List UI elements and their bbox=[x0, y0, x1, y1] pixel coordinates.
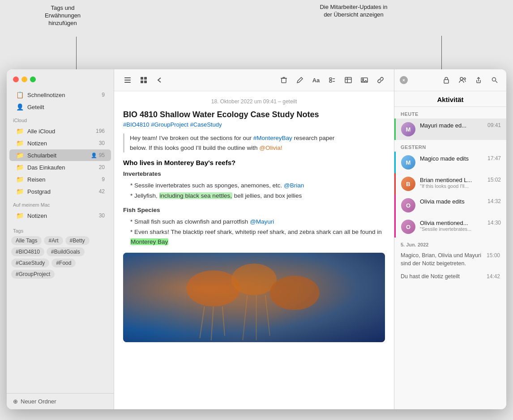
format-button[interactable]: Aa bbox=[310, 74, 322, 86]
new-folder-label: Neuer Ordner bbox=[21, 398, 56, 405]
svg-rect-16 bbox=[345, 77, 351, 83]
new-folder-button[interactable]: ⊕ Neuer Ordner bbox=[13, 398, 107, 405]
checklist-button[interactable] bbox=[326, 74, 338, 86]
brian-info: Brian mentioned L... "If this looks good… bbox=[420, 177, 483, 189]
activity-close-button[interactable]: × bbox=[400, 76, 408, 84]
magico-name: Magico made edits bbox=[420, 155, 483, 162]
activity-item-mayuri[interactable]: M Mayuri made ed... 09:41 bbox=[394, 119, 506, 140]
maximize-button[interactable] bbox=[30, 76, 36, 82]
lock-button[interactable] bbox=[440, 74, 453, 86]
tags-grid: Alle Tags #Art #Betty #BIO4810 #BuildGoa… bbox=[11, 236, 109, 279]
mac-notizen-label: Notizen bbox=[27, 212, 99, 219]
note-hashtags[interactable]: #BIO4810 #GroupProject #CaseStudy bbox=[123, 121, 385, 128]
bullet3: * Small fish such as clownfish and parro… bbox=[123, 217, 385, 227]
tag-art[interactable]: #Art bbox=[44, 236, 63, 245]
tag-betty[interactable]: #Betty bbox=[65, 236, 90, 245]
reisen-icon: 📁 bbox=[16, 175, 24, 183]
einkaufen-label: Das Einkaufen bbox=[27, 164, 99, 171]
olivia-mention[interactable]: @Olivia! bbox=[259, 144, 282, 151]
share-button[interactable] bbox=[472, 74, 485, 86]
bullet1-text: Sessile invertebrates such as sponges, a… bbox=[134, 182, 284, 189]
annotation-updates: Die Mitarbeiter-Updates inder Übersicht … bbox=[291, 4, 416, 19]
tag-buildgoals[interactable]: #BuildGoals bbox=[47, 247, 85, 256]
minimize-button[interactable] bbox=[21, 76, 27, 82]
olivia1-avatar: O bbox=[401, 198, 415, 212]
collab-button[interactable] bbox=[456, 74, 469, 86]
monterey-bay-mention[interactable]: #MontereyBay bbox=[253, 135, 292, 141]
notizen-icon: 📁 bbox=[16, 139, 24, 147]
sidebar-item-schularbeit[interactable]: 📁 Schularbeit 👤 95 bbox=[9, 149, 111, 161]
activity-title-bar: Aktivität bbox=[394, 91, 506, 107]
activity-item-brian[interactable]: B Brian mentioned L... "If this looks go… bbox=[394, 173, 506, 195]
activity-item-olivia1[interactable]: O Olivia made edits 14:32 bbox=[394, 195, 506, 216]
sidebar-item-schnellnotizen[interactable]: 📋 Schnellnotizen 9 bbox=[9, 89, 111, 101]
jellyfish-image bbox=[123, 253, 385, 342]
tag-alle-tags[interactable]: Alle Tags bbox=[11, 236, 42, 245]
tag-casestudy[interactable]: #CaseStudy bbox=[11, 259, 49, 267]
table-button[interactable] bbox=[342, 74, 355, 86]
edit-button[interactable] bbox=[294, 74, 306, 86]
back-button[interactable] bbox=[154, 74, 166, 86]
svg-rect-5 bbox=[141, 81, 143, 83]
plain-time-2: 14:42 bbox=[487, 273, 500, 280]
alle-icloud-icon: 📁 bbox=[16, 127, 24, 135]
activity-item-magico[interactable]: M Magico made edits 17:47 bbox=[394, 152, 506, 173]
note-left-border bbox=[123, 133, 124, 153]
mac-notizen-icon: 📁 bbox=[16, 212, 24, 220]
tag-food[interactable]: #Food bbox=[51, 259, 76, 267]
brian-mention[interactable]: @Brian bbox=[284, 182, 304, 189]
olivia2-time: 14:30 bbox=[487, 220, 501, 226]
postgrad-label: Postgrad bbox=[27, 188, 99, 195]
sidebar-item-reisen[interactable]: 📁 Reisen 9 bbox=[9, 174, 111, 185]
fish-section: Fish Species * Small fish such as clownf… bbox=[123, 205, 385, 246]
svg-point-31 bbox=[460, 77, 463, 80]
magico-info: Magico made edits bbox=[420, 155, 483, 162]
svg-rect-12 bbox=[329, 78, 332, 80]
plain-row-2: Du hast die Notiz geteilt 14:42 bbox=[401, 273, 500, 281]
sidebar-item-geteilt[interactable]: 👤 Geteilt bbox=[9, 101, 111, 113]
sidebar-item-einkaufen[interactable]: 📁 Das Einkaufen 20 bbox=[9, 161, 111, 173]
svg-line-34 bbox=[496, 81, 497, 83]
tag-bio4810[interactable]: #BIO4810 bbox=[11, 247, 44, 256]
svg-point-22 bbox=[231, 264, 277, 296]
svg-point-33 bbox=[492, 78, 496, 81]
olivia2-avatar: O bbox=[401, 220, 415, 234]
activity-item-olivia2[interactable]: O Olivia mentioned... "Sessile invertebr… bbox=[394, 216, 506, 238]
tag-groupproject[interactable]: #GroupProject bbox=[11, 270, 55, 279]
image-button[interactable] bbox=[358, 74, 371, 86]
search-button[interactable] bbox=[488, 74, 501, 86]
svg-line-29 bbox=[265, 295, 270, 336]
reisen-label: Reisen bbox=[27, 176, 102, 183]
note-body-intro-row: Hey team! I've broken out the sections f… bbox=[123, 133, 385, 153]
schularbeit-icon: 📁 bbox=[16, 151, 24, 159]
svg-rect-14 bbox=[329, 81, 332, 82]
section1-title: Who lives in Monterey Bay's reefs? bbox=[123, 159, 385, 166]
note-title[interactable]: BIO 4810 Shallow Water Ecology Case Stud… bbox=[123, 110, 385, 119]
note-date: 18. Oktober 2022 um 09:41 – geteilt bbox=[123, 98, 385, 105]
tags-section: Tags Alle Tags #Art #Betty #BIO4810 #Bui… bbox=[7, 222, 114, 283]
einkaufen-count: 20 bbox=[99, 164, 105, 170]
close-icon: × bbox=[402, 78, 405, 83]
link-button[interactable] bbox=[374, 74, 387, 86]
postgrad-icon: 📁 bbox=[16, 187, 24, 195]
sidebar: 📋 Schnellnotizen 9 👤 Geteilt iCloud 📁 Al… bbox=[7, 69, 114, 409]
brian-avatar: B bbox=[401, 177, 415, 191]
mayuri-mention[interactable]: @Mayuri bbox=[250, 218, 274, 225]
plain-item-1: Magico, Brian, Olivia und Mayuri sind de… bbox=[394, 249, 506, 270]
svg-line-24 bbox=[200, 307, 204, 339]
sidebar-item-postgrad[interactable]: 📁 Postgrad 42 bbox=[9, 186, 111, 197]
list-view-button[interactable] bbox=[121, 74, 134, 86]
mayuri-name: Mayuri made ed... bbox=[420, 122, 483, 129]
sidebar-item-mac-notizen[interactable]: 📁 Notizen 30 bbox=[9, 210, 111, 221]
sidebar-footer: ⊕ Neuer Ordner bbox=[7, 393, 114, 409]
trash-button[interactable] bbox=[278, 74, 290, 86]
svg-point-20 bbox=[363, 79, 364, 80]
svg-line-27 bbox=[243, 295, 247, 340]
sidebar-item-alle-icloud[interactable]: 📁 Alle iCloud 196 bbox=[9, 125, 111, 137]
close-button[interactable] bbox=[13, 76, 19, 82]
sidebar-item-notizen[interactable]: 📁 Notizen 30 bbox=[9, 137, 111, 149]
grid-view-button[interactable] bbox=[137, 74, 150, 86]
alle-icloud-count: 196 bbox=[96, 128, 105, 134]
mayuri-avatar: M bbox=[401, 122, 415, 136]
svg-rect-2 bbox=[124, 82, 131, 83]
